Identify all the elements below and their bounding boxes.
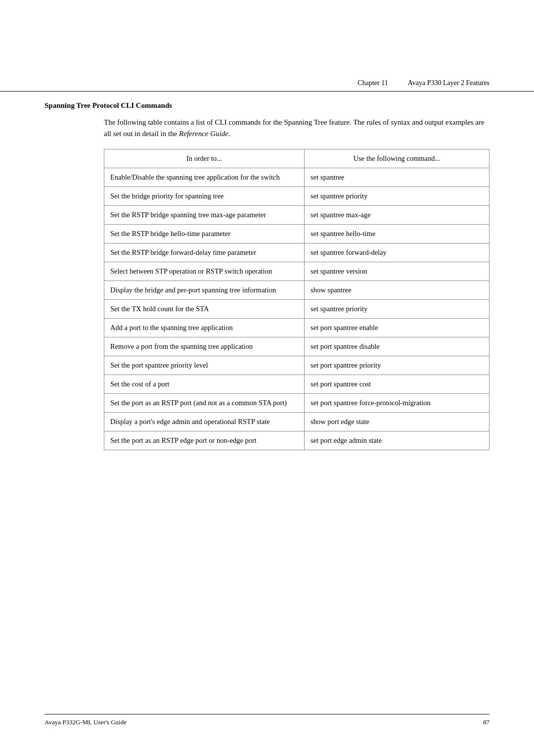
table-row: Enable/Disable the spanning tree applica…	[104, 168, 490, 187]
table-cell-description: Display a port's edge admin and operatio…	[104, 413, 305, 431]
table-cell-command: set spantree hello-time	[305, 225, 490, 243]
page-footer: Avaya P332G-ML User's Guide 87	[44, 714, 490, 726]
table-cell-command: show spantree	[305, 281, 490, 300]
page: Chapter 11 Avaya P330 Layer 2 Features S…	[0, 0, 534, 756]
table-cell-description: Set the RSTP bridge forward-delay time p…	[104, 243, 305, 262]
table-cell-command: set spantree max-age	[305, 206, 490, 225]
table-row: Display the bridge and per-port spanning…	[104, 281, 490, 300]
table-cell-command: set port spantree disable	[305, 337, 490, 356]
intro-text-end: .	[228, 130, 230, 138]
table-cell-command: set port spantree priority	[305, 356, 490, 375]
table-row: Set the port as an RSTP port (and not as…	[104, 394, 490, 413]
table-row: Set the port as an RSTP edge port or non…	[104, 431, 490, 450]
table-cell-description: Add a port to the spanning tree applicat…	[104, 319, 305, 337]
table-row: Select between STP operation or RSTP swi…	[104, 262, 490, 281]
table-row: Display a port's edge admin and operatio…	[104, 413, 490, 431]
table-cell-description: Set the port spantree priority level	[104, 356, 305, 375]
table-row: Set the RSTP bridge forward-delay time p…	[104, 243, 490, 262]
footer-right: 87	[483, 718, 490, 726]
table-cell-command: set port spantree cost	[305, 375, 490, 394]
table-row: Set the RSTP bridge hello-time parameter…	[104, 225, 490, 243]
table-cell-command: set spantree priority	[305, 300, 490, 319]
table-row: Set the port spantree priority levelset …	[104, 356, 490, 375]
table-cell-description: Set the RSTP bridge spanning tree max-ag…	[104, 206, 305, 225]
table-row: Remove a port from the spanning tree app…	[104, 337, 490, 356]
command-table: In order to... Use the following command…	[104, 149, 490, 450]
table-row: Set the cost of a portset port spantree …	[104, 375, 490, 394]
footer-left: Avaya P332G-ML User's Guide	[44, 718, 127, 726]
table-cell-description: Set the port as an RSTP edge port or non…	[104, 431, 305, 450]
col-header-description: In order to...	[104, 149, 305, 168]
table-cell-description: Set the cost of a port	[104, 375, 305, 394]
table-cell-description: Remove a port from the spanning tree app…	[104, 337, 305, 356]
table-cell-command: set spantree forward-delay	[305, 243, 490, 262]
intro-paragraph: The following table contains a list of C…	[104, 117, 490, 139]
table-cell-command: set spantree priority	[305, 187, 490, 206]
intro-italic: Reference Guide	[179, 130, 228, 138]
table-cell-command: show port edge state	[305, 413, 490, 431]
table-row: Set the TX hold count for the STAset spa…	[104, 300, 490, 319]
table-cell-description: Enable/Disable the spanning tree applica…	[104, 168, 305, 187]
section-heading: Spanning Tree Protocol CLI Commands	[44, 101, 490, 110]
page-header: Chapter 11 Avaya P330 Layer 2 Features	[0, 0, 534, 92]
main-content: Spanning Tree Protocol CLI Commands The …	[0, 101, 534, 450]
table-cell-description: Set the TX hold count for the STA	[104, 300, 305, 319]
table-cell-command: set spantree version	[305, 262, 490, 281]
intro-text-start: The following table contains a list of C…	[104, 118, 485, 138]
table-cell-command: set port spantree enable	[305, 319, 490, 337]
table-cell-description: Display the bridge and per-port spanning…	[104, 281, 305, 300]
header-chapter: Chapter 11	[357, 79, 388, 87]
col-header-command: Use the following command...	[305, 149, 490, 168]
table-cell-description: Set the bridge priority for spanning tre…	[104, 187, 305, 206]
table-cell-description: Set the RSTP bridge hello-time parameter	[104, 225, 305, 243]
table-row: Set the RSTP bridge spanning tree max-ag…	[104, 206, 490, 225]
table-cell-description: Select between STP operation or RSTP swi…	[104, 262, 305, 281]
table-row: Add a port to the spanning tree applicat…	[104, 319, 490, 337]
table-cell-command: set port spantree force-protocol-migrati…	[305, 394, 490, 413]
table-row: Set the bridge priority for spanning tre…	[104, 187, 490, 206]
table-header-row: In order to... Use the following command…	[104, 149, 490, 168]
table-cell-command: set spantree	[305, 168, 490, 187]
header-title: Avaya P330 Layer 2 Features	[408, 79, 490, 87]
table-cell-command: set port edge admin state	[305, 431, 490, 450]
table-cell-description: Set the port as an RSTP port (and not as…	[104, 394, 305, 413]
